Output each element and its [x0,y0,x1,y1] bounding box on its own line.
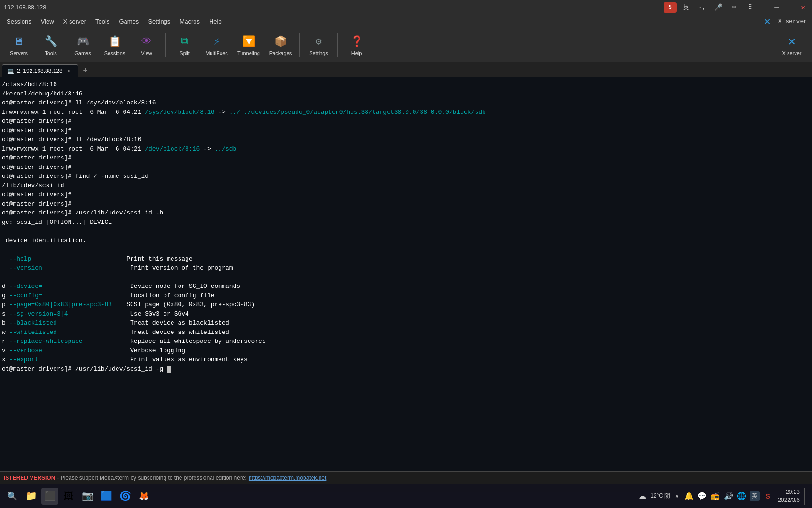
statusbar: ISTERED VERSION - Please support MobaXte… [0,471,812,484]
settings-icon: ⚙ [311,34,326,49]
terminal-line: --help Print this message [2,254,810,264]
menu-settings[interactable]: Settings [143,16,175,26]
taskbar-app2[interactable]: 🖼 [60,488,77,505]
xserver-toolbar-label: X server [782,50,802,56]
status-link[interactable]: https://mobaxterm.mobatek.net [249,475,326,481]
terminal-line [2,227,810,236]
xserver-toolbar-icon: ✕ [784,34,799,49]
sogou-logo[interactable]: S [664,2,677,13]
input-method-icon[interactable]: 英 [679,2,693,13]
taskbar-terminal1[interactable]: ⬛ [41,488,58,505]
titlebar-controls: S 英 ·, 🎤 ⌨ ⠿ ─ □ ✕ [664,2,808,13]
systray: ☁ 12°C 阴 ∧ 🔔 💬 📻 🔊 🌐 英 S [637,491,773,501]
menu-view[interactable]: View [36,16,59,26]
microphone-icon[interactable]: 🎤 [711,2,725,13]
xserver-label: X server [775,18,810,25]
tools-icon: 🔧 [43,34,58,49]
terminal-line [2,245,810,254]
systray-lang[interactable]: 英 [750,491,760,501]
terminal-line: --version Print version of the program [2,263,810,273]
toolbar-split-button[interactable]: ⧉ Split [170,30,200,60]
taskbar-app3[interactable]: 📷 [79,488,96,505]
tab-icon: 💻 [7,68,14,74]
toolbar-settings-button[interactable]: ⚙ Settings [304,30,334,60]
show-desktop-button[interactable] [804,488,808,505]
toolbar-servers-button[interactable]: 🖥 Servers [4,30,34,60]
taskbar-terminal2[interactable]: 🟦 [98,488,115,505]
toolbar-multiexec-button[interactable]: ⚡ MultiExec [202,30,232,60]
terminal-line [2,273,810,282]
split-icon: ⧉ [177,34,192,49]
servers-label: Servers [10,50,28,56]
help-icon: ❓ [349,34,364,49]
taskbar-browser2[interactable]: 🦊 [135,488,152,505]
terminal-line: ot@master drivers]# [2,117,810,126]
menu-sessions[interactable]: Sessions [2,16,36,26]
menu-tools[interactable]: Tools [91,16,114,26]
terminal[interactable]: /class/bdi/8:16 /kernel/debug/bdi/8:16 o… [0,77,812,492]
terminal-line: g --config= Location of config file [2,291,810,301]
terminal-line: b --blacklisted Treat device as blacklis… [2,318,810,328]
active-tab[interactable]: 💻 2. 192.168.88.128 × [2,64,78,77]
games-label: Games [74,50,91,56]
terminal-line: w --whitelisted Treat device as whitelis… [2,328,810,337]
taskbar-browser1[interactable]: 🌀 [117,488,133,505]
new-tab-button[interactable]: + [80,65,91,77]
terminal-line: lrwxrwxrwx 1 root root 6 Mar 6 04:21 /sy… [2,108,810,117]
toolbar-packages-button[interactable]: 📦 Packages [265,30,296,60]
menu-games[interactable]: Games [114,16,143,26]
toolbar-xserver-button[interactable]: ✕ X server [775,30,808,60]
terminal-line: ot@master drivers]# [2,153,810,163]
terminal-line: p --page=0x80|0x83|pre-spc3-83 SCSI page… [2,300,810,310]
multiexec-label: MultiExec [205,50,228,56]
tab-close-button[interactable]: × [65,67,73,75]
status-message: - Please support MobaXterm by subscribin… [57,475,247,481]
systray-icon3[interactable]: 📻 [710,491,720,501]
minimize-button[interactable]: ─ [772,2,782,13]
toolbar-tunneling-button[interactable]: 🔽 Tunneling [234,30,264,60]
terminal-line: device identification. [2,236,810,246]
apps-icon[interactable]: ⠿ [743,2,757,13]
systray-icon1[interactable]: 🔔 [684,491,694,501]
taskbar-search-button[interactable]: 🔍 [4,488,21,505]
xserver-icon[interactable]: ✕ [759,15,775,28]
terminal-line: ot@master drivers]# [2,199,810,209]
systray-network[interactable]: 🌐 [736,491,747,501]
menu-help[interactable]: Help [204,16,226,26]
tools-label: Tools [45,50,57,56]
clock-time: 20:23 [778,488,800,496]
packages-icon: 📦 [273,34,288,49]
toolbar: 🖥 Servers 🔧 Tools 🎮 Games 📋 Sessions 👁 V… [0,28,812,62]
toolbar-games-button[interactable]: 🎮 Games [68,30,98,60]
toolbar-view-button[interactable]: 👁 View [132,30,162,60]
cursor [167,366,171,373]
menubar: Sessions View X server Tools Games Setti… [0,15,812,28]
taskbar-fileexplorer[interactable]: 📁 [23,488,39,505]
toolbar-tools-button[interactable]: 🔧 Tools [36,30,66,60]
split-label: Split [180,50,189,56]
terminal-line: ge: scsi_id [OPTION...] DEVICE [2,218,810,227]
maximize-button[interactable]: □ [785,2,795,13]
terminal-line: ot@master drivers]# [2,163,810,172]
terminal-line: lrwxrwxrwx 1 root root 6 Mar 6 04:21 /de… [2,144,810,154]
terminal-line: v --verbose Verbose logging [2,346,810,356]
terminal-line: ot@master drivers]# /usr/lib/udev/scsi_i… [2,208,810,218]
status-unregistered: ISTERED VERSION [4,475,55,481]
terminal-line: /lib/udev/scsi_id [2,181,810,190]
taskbar-clock[interactable]: 20:23 2022/3/6 [775,488,803,504]
systray-weather: ☁ [637,491,648,501]
menu-xserver[interactable]: X server [59,16,91,26]
view-label: View [141,50,152,56]
keyboard-icon[interactable]: ⌨ [727,2,741,13]
settings-label: Settings [309,50,328,56]
toolbar-sessions-button[interactable]: 📋 Sessions [100,30,130,60]
systray-temp: 12°C 阴 [650,492,670,500]
close-button[interactable]: ✕ [798,2,808,13]
punctuation-icon[interactable]: ·, [695,2,709,13]
systray-volume[interactable]: 🔊 [723,491,734,501]
servers-icon: 🖥 [11,34,26,49]
systray-wechat[interactable]: 💬 [697,491,707,501]
toolbar-help-button[interactable]: ❓ Help [342,30,372,60]
menu-macros[interactable]: Macros [175,16,204,26]
systray-sogou-tray[interactable]: S [763,491,773,501]
